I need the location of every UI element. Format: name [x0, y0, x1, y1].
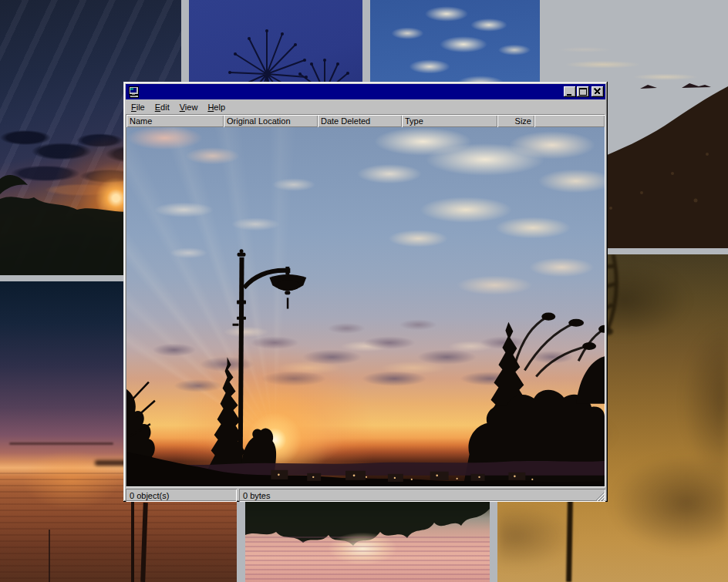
- status-bar: 0 object(s) 0 bytes: [126, 489, 605, 502]
- menu-view[interactable]: View: [175, 101, 204, 114]
- menu-bar: File Edit View Help: [126, 100, 605, 114]
- titlebar[interactable]: [126, 84, 605, 99]
- recycle-bin-window: File Edit View Help Name Original Locati…: [123, 82, 608, 502]
- column-header-name[interactable]: Name: [126, 115, 224, 127]
- menu-edit[interactable]: Edit: [150, 101, 175, 114]
- pole-silhouette: [131, 500, 134, 582]
- maximize-button[interactable]: [577, 86, 589, 97]
- cloud-streak: [9, 442, 113, 445]
- status-total-size: 0 bytes: [239, 489, 605, 502]
- column-header-size[interactable]: Size: [497, 115, 534, 127]
- menu-help[interactable]: Help: [203, 101, 231, 114]
- list-area-sunset-photo[interactable]: [126, 127, 605, 486]
- resize-grip[interactable]: [595, 491, 605, 501]
- pole-silhouette: [49, 530, 50, 582]
- computer-icon[interactable]: [127, 86, 140, 98]
- column-header-type[interactable]: Type: [402, 115, 497, 127]
- pink-ripples: [245, 533, 490, 582]
- list-view: Name Original Location Date Deleted Type…: [126, 114, 605, 487]
- minimize-button[interactable]: [564, 86, 576, 97]
- column-header-date-deleted[interactable]: Date Deleted: [318, 115, 402, 127]
- status-object-count: 0 object(s): [126, 489, 237, 502]
- column-headers: Name Original Location Date Deleted Type…: [126, 115, 605, 127]
- photo-silhouettes: [126, 127, 605, 486]
- desktop: { "window": { "title": "", "app_icon": "…: [0, 0, 728, 582]
- menu-file[interactable]: File: [126, 101, 150, 114]
- column-header-original-location[interactable]: Original Location: [224, 115, 318, 127]
- close-button[interactable]: [592, 86, 604, 97]
- column-header-filler: [534, 115, 605, 127]
